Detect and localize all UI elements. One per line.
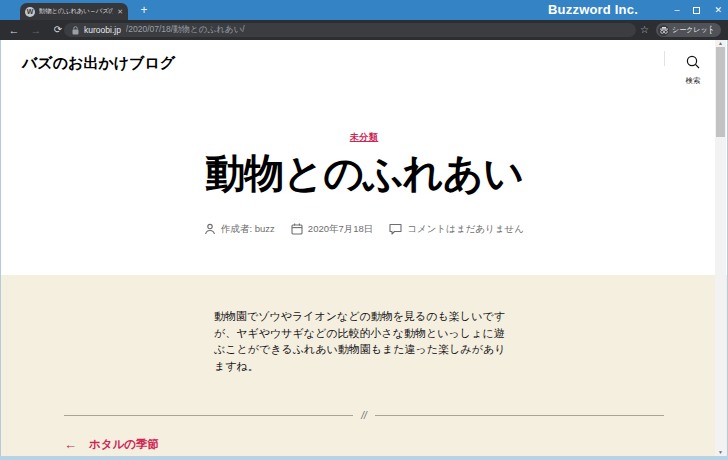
site-header: バズのお出かけブログ 検索 xyxy=(1,40,727,100)
post-body-text: 動物園でゾウやライオンなどの動物を見るのも楽しいですが、ヤギやウサギなどの比較的… xyxy=(214,308,514,374)
meta-author-label: 作成者: buzz xyxy=(221,223,275,236)
left-arrow-icon: ← xyxy=(64,438,77,451)
wordpress-favicon-icon: W xyxy=(25,7,35,17)
window-controls: – ✕ xyxy=(674,0,722,20)
separator-glyph: // xyxy=(361,410,367,421)
separator-line xyxy=(375,415,664,416)
meta-date-label: 2020年7月18日 xyxy=(308,223,373,236)
post-meta: 作成者: buzz 2020年7月18日 コメントはまだありません xyxy=(1,222,727,236)
titlebar: W 動物とのふれあい – バズのお出かけブ ✕ + Buzzword Inc. … xyxy=(0,0,728,20)
browser-toolbar: ← → ⟳ kuroobi.jp /2020/07/18/動物とのふれあい/ ☆… xyxy=(0,20,728,40)
prev-post-nav: ← ホタルの季節 xyxy=(64,437,664,452)
lock-icon xyxy=(72,26,79,35)
minimize-button[interactable]: – xyxy=(674,6,679,15)
search-label: 検索 xyxy=(677,76,709,86)
scrollbar-thumb[interactable] xyxy=(716,47,725,137)
tab-close-icon[interactable]: ✕ xyxy=(117,8,123,16)
tab-title: 動物とのふれあい – バズのお出かけブ xyxy=(39,7,113,16)
prev-post-link[interactable]: ホタルの季節 xyxy=(89,437,159,452)
author-icon xyxy=(204,223,216,235)
scroll-up-icon[interactable]: ▲ xyxy=(715,40,726,47)
page-viewport: バズのお出かけブログ 検索 未分類 動物とのふれあい 作成者: bu xyxy=(0,40,728,456)
header-divider xyxy=(664,51,665,66)
window-title: Buzzword Inc. xyxy=(548,0,638,20)
maximize-button[interactable] xyxy=(693,7,700,14)
menu-dots-icon[interactable]: ⋮ xyxy=(706,20,716,40)
browser-window: W 動物とのふれあい – バズのお出かけブ ✕ + Buzzword Inc. … xyxy=(0,0,728,460)
url-host: kuroobi.jp xyxy=(84,25,121,35)
search-icon xyxy=(685,54,701,70)
category-link[interactable]: 未分類 xyxy=(350,131,379,143)
comment-icon xyxy=(389,223,402,235)
url-bar[interactable]: kuroobi.jp /2020/07/18/動物とのふれあい/ xyxy=(64,23,636,37)
meta-date[interactable]: 2020年7月18日 xyxy=(291,223,373,236)
calendar-icon xyxy=(291,223,303,235)
meta-comments[interactable]: コメントはまだありません xyxy=(389,223,524,236)
incognito-icon xyxy=(658,25,669,36)
post-title: 動物とのふれあい xyxy=(1,150,727,196)
search-button[interactable]: 検索 xyxy=(677,54,709,86)
back-icon[interactable]: ← xyxy=(6,20,22,40)
bookmark-star-icon[interactable]: ☆ xyxy=(640,20,649,40)
meta-author[interactable]: 作成者: buzz xyxy=(204,223,275,236)
post-body-section: 動物園でゾウやライオンなどの動物を見るのも楽しいですが、ヤギやウサギなどの比較的… xyxy=(1,275,727,456)
close-button[interactable]: ✕ xyxy=(714,6,722,15)
window-bottom-border xyxy=(0,456,728,460)
post-hero: 未分類 動物とのふれあい 作成者: buzz xyxy=(1,100,727,275)
browser-tab[interactable]: W 動物とのふれあい – バズのお出かけブ ✕ xyxy=(20,3,128,20)
separator-line xyxy=(64,415,353,416)
page-scrollbar[interactable]: ▲ ▼ xyxy=(715,40,726,456)
site-title[interactable]: バズのお出かけブログ xyxy=(22,54,175,73)
forward-icon[interactable]: → xyxy=(28,20,44,40)
url-path: /2020/07/18/動物とのふれあい/ xyxy=(126,24,245,36)
post-separator: // xyxy=(64,410,664,421)
scroll-down-icon[interactable]: ▼ xyxy=(715,449,726,456)
new-tab-button[interactable]: + xyxy=(136,2,152,18)
meta-comments-label: コメントはまだありません xyxy=(407,223,524,236)
